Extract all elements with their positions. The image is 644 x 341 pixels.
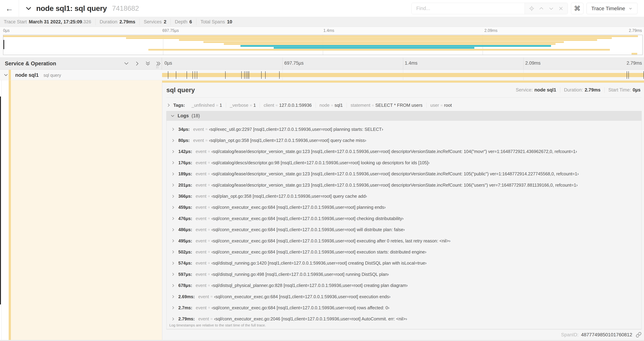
top-bar: ← node sql1: sql query 7418682 xyxy=(0,0,644,17)
clear-icon[interactable] xyxy=(558,6,564,12)
log-field-value: ‹sql/conn_executor_exec.go:684 [nsql1,cl… xyxy=(212,205,386,210)
tag-key: client xyxy=(264,103,274,108)
collapse-all-icon[interactable] xyxy=(145,61,151,67)
timeline-header-row: Service & Operation 0µs697.75µs1.4ms2.09… xyxy=(0,58,644,70)
tag-value: root xyxy=(444,103,452,108)
chevron-up-icon[interactable] xyxy=(538,6,544,12)
tag-equals: = xyxy=(214,103,220,108)
log-row[interactable]: 476µs:event=‹sql/conn_executor_exec.go:6… xyxy=(166,213,642,224)
span-row-node-sql1[interactable]: node sql1sql query xyxy=(0,70,644,80)
log-field-value: ‹sql/conn_executor_exec.go:684 [nsql1,cl… xyxy=(212,227,405,232)
log-equals: = xyxy=(206,283,212,288)
span-detail-header: sql query Service:node sql1Duration:2.79… xyxy=(166,83,642,98)
tags-label: Tags: xyxy=(173,103,185,108)
log-equals: = xyxy=(206,250,212,254)
chevron-right-icon xyxy=(171,127,175,131)
span-collapse-chevron-icon[interactable] xyxy=(4,73,8,78)
log-row[interactable]: 189µs:event=‹sql/catalog/lease/descripto… xyxy=(166,168,642,180)
log-equals: = xyxy=(204,127,209,132)
log-field-value: ‹sql/conn_executor_exec.go:684 [nsql1,cl… xyxy=(212,249,426,254)
column-resize-handle[interactable] xyxy=(156,64,158,69)
log-row[interactable]: 2.69ms:event=‹sql/conn_executor_exec.go:… xyxy=(166,291,642,302)
log-timestamp: 201µs: xyxy=(178,183,192,188)
log-row[interactable]: 502µs:event=‹sql/conn_executor_exec.go:6… xyxy=(166,246,642,257)
logs-header[interactable]: Logs (18) xyxy=(166,111,642,121)
log-timestamp: 176µs: xyxy=(178,160,192,165)
minimap-span-bar xyxy=(148,49,610,51)
span-row-timeline[interactable] xyxy=(162,70,644,80)
log-field-key: event xyxy=(196,171,206,176)
log-marker-tick xyxy=(628,71,629,79)
tag-equals: = xyxy=(330,103,334,108)
log-equals: = xyxy=(206,261,212,265)
keyboard-shortcuts-button[interactable]: ⌘ xyxy=(571,3,584,14)
tag-equals: = xyxy=(248,103,254,108)
log-row[interactable]: 459µs:event=‹sql/conn_executor_exec.go:6… xyxy=(166,202,642,213)
tag-item[interactable]: client=127.0.0.1:59936 xyxy=(260,103,316,108)
overview-label: Duration: xyxy=(564,87,583,93)
log-timestamp: 574µs: xyxy=(178,261,192,266)
chevron-right-icon xyxy=(171,261,175,265)
log-field-key: event xyxy=(196,227,206,232)
log-field-key: event xyxy=(193,138,204,143)
tag-equals: = xyxy=(439,103,444,108)
log-equals: = xyxy=(206,160,212,165)
tags-accordian[interactable]: Tags: _unfinished=1_verbose=1client=127.… xyxy=(166,101,456,110)
log-row[interactable]: 34µs:event=‹sql/exec_util.go:2297 [nsql1… xyxy=(166,124,642,135)
log-row[interactable]: 201µs:event=‹sql/catalog/lease/descripto… xyxy=(166,180,642,191)
find-input[interactable] xyxy=(412,3,524,14)
header-controls: ⌘ Trace Timeline xyxy=(412,3,638,14)
trace-minimap: 0µs697.75µs1.4ms2.09ms2.79ms xyxy=(0,27,644,58)
log-row[interactable]: 486µs:event=‹sql/conn_executor_exec.go:6… xyxy=(166,224,642,235)
log-row[interactable]: 2.7ms:event=‹sql/conn_executor_exec.go:6… xyxy=(166,302,642,313)
locate-icon[interactable] xyxy=(529,6,534,12)
log-marker-tick xyxy=(197,71,197,79)
tag-equals: = xyxy=(274,103,279,108)
minimap-tick-label: 0µs xyxy=(3,28,10,33)
collapse-one-icon[interactable] xyxy=(123,61,130,67)
trace-info-label: Total Spans xyxy=(200,19,225,25)
timeline-ruler: 0µs697.75µs1.4ms2.09ms2.79ms xyxy=(162,58,644,70)
log-timestamp: 486µs: xyxy=(178,227,192,232)
log-row[interactable]: 597µs:event=‹sql/distsql_running.go:498 … xyxy=(166,269,642,280)
tag-item[interactable]: _unfinished=1 xyxy=(188,103,226,108)
tag-key: node xyxy=(320,103,330,108)
chevron-down-icon[interactable] xyxy=(548,6,554,12)
log-field-value: ‹sql/catalog/descs/descriptor.go:98 [nsq… xyxy=(212,160,430,165)
minimap-span-bar xyxy=(632,53,637,55)
log-row[interactable]: 574µs:event=‹sql/distsql_running.go:1420… xyxy=(166,258,642,269)
log-timestamp: 678µs: xyxy=(178,283,192,288)
tag-key: _unfinished xyxy=(192,103,214,108)
log-field-key: event xyxy=(196,261,206,266)
trace-info-item: Depth6 xyxy=(171,19,196,25)
log-row[interactable]: 678µs:event=‹sql/distsql_physical_planne… xyxy=(166,280,642,291)
log-row[interactable]: 80µs:event=‹sql/plan_opt.go:358 [nsql1,c… xyxy=(166,135,642,146)
tag-key: statement xyxy=(350,103,370,108)
log-field-key: event xyxy=(196,194,206,199)
tag-item[interactable]: user=root xyxy=(426,103,456,108)
tag-item[interactable]: _verbose=1 xyxy=(226,103,260,108)
log-timestamp: 502µs: xyxy=(178,249,192,254)
tag-value: 1 xyxy=(254,103,256,108)
log-marker-tick xyxy=(265,71,266,79)
log-row[interactable]: 366µs:event=‹sql/plan_opt.go:358 [nsql1,… xyxy=(166,191,642,202)
minimap-graph[interactable] xyxy=(3,35,642,55)
log-field-value: ‹sql/conn_executor_exec.go:684 [nsql1,cl… xyxy=(212,238,450,243)
chevron-right-icon xyxy=(171,161,175,165)
back-button[interactable]: ← xyxy=(0,0,19,17)
tag-item[interactable]: statement=SELECT * FROM users xyxy=(347,103,426,108)
log-row[interactable]: 176µs:event=‹sql/catalog/descs/descripto… xyxy=(166,157,642,168)
trace-title-wrap[interactable]: node sql1: sql query 7418682 xyxy=(25,4,139,13)
minimap-scrubber-handle[interactable] xyxy=(3,40,4,49)
deep-link-icon[interactable] xyxy=(636,332,642,338)
log-row[interactable]: 495µs:event=‹sql/conn_executor_exec.go:6… xyxy=(166,235,642,246)
tag-item[interactable]: node=sql1 xyxy=(316,103,347,108)
log-row[interactable]: 2.79ms:event=‹sql/conn_executor_exec.go:… xyxy=(166,313,642,322)
chevron-right-icon xyxy=(171,317,175,321)
view-selector-button[interactable]: Trace Timeline xyxy=(586,3,638,14)
log-marker-tick xyxy=(279,71,280,79)
log-row[interactable]: 142µs:event=‹sql/catalog/lease/descripto… xyxy=(166,146,642,157)
expand-one-icon[interactable] xyxy=(134,61,140,67)
overview-value: node sql1 xyxy=(534,87,556,93)
overview-item: Duration:2.79ms xyxy=(560,87,604,93)
